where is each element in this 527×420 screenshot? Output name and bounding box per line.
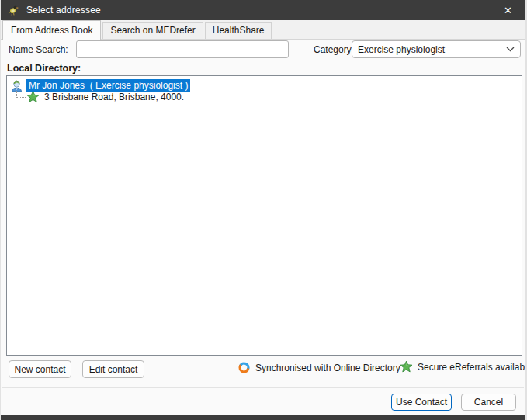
app-bird-icon [7,4,19,16]
sync-icon [237,361,251,374]
titlebar: Select addressee ✕ [1,0,525,20]
legend-secure-ereferrals-label: Secure eReferrals available [418,362,527,373]
star-icon [400,360,413,373]
chevron-down-icon [506,47,515,52]
name-search-input[interactable] [76,40,289,58]
legend-synchronised-label: Synchronised with Online Directory [255,363,400,373]
select-addressee-dialog: Select addressee ✕ From Address Book Sea… [0,0,527,420]
category-select[interactable]: Exercise physiologist [352,40,521,58]
local-directory-list[interactable]: Mr Jon Jones ( Exercise physiologist ) 3… [6,75,522,356]
category-selected-value: Exercise physiologist [358,44,503,55]
category-label: Category: [314,44,354,55]
use-contact-button[interactable]: Use Contact [391,394,452,411]
tab-healthshare[interactable]: HealthShare [205,22,272,39]
legend-synchronised: Synchronised with Online Directory [237,361,400,374]
star-icon [26,91,40,103]
contact-address: 3 Brisbane Road, Brisbane, 4000. [44,92,184,102]
window-bottom-border [1,415,525,420]
window-title: Select addressee [26,5,101,16]
footer-divider [2,387,524,388]
legend-secure-ereferrals: Secure eReferrals available [400,360,527,373]
local-directory-heading: Local Directory: [7,63,81,74]
tab-strip: From Address Book Search on MEDrefer Hea… [1,20,525,40]
new-contact-button[interactable]: New contact [9,360,71,378]
name-search-label: Name Search: [9,44,68,55]
tab-search-on-medrefer[interactable]: Search on MEDrefer [102,22,203,39]
edit-contact-button[interactable]: Edit contact [82,360,144,378]
tab-from-address-book[interactable]: From Address Book [2,20,101,40]
cancel-button[interactable]: Cancel [461,394,516,411]
close-icon[interactable]: ✕ [491,0,525,20]
tree-connector [16,91,26,98]
list-item-address[interactable]: 3 Brisbane Road, Brisbane, 4000. [26,91,184,103]
